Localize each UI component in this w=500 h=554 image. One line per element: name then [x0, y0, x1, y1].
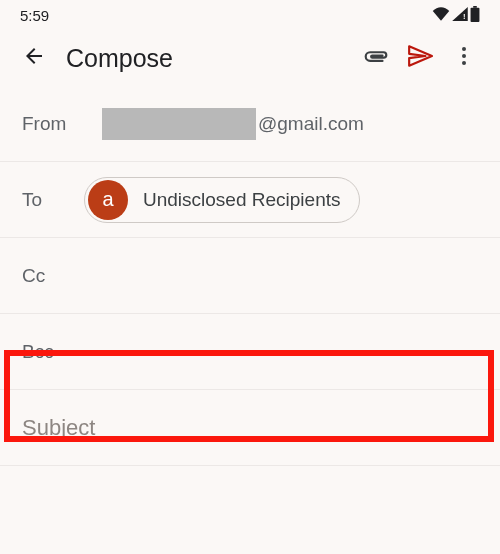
to-label: To [22, 189, 84, 211]
more-button[interactable] [442, 36, 486, 80]
bcc-label: Bcc [22, 341, 84, 363]
chip-label: Undisclosed Recipients [143, 189, 341, 211]
from-domain: @gmail.com [258, 113, 364, 135]
arrow-left-icon [22, 44, 46, 72]
svg-rect-1 [473, 6, 477, 8]
attach-button[interactable] [354, 36, 398, 80]
svg-text:!: ! [463, 12, 466, 21]
svg-point-4 [462, 54, 466, 58]
bcc-row[interactable]: Bcc [0, 314, 500, 390]
send-icon [407, 43, 433, 73]
back-button[interactable] [14, 38, 54, 78]
status-time: 5:59 [20, 7, 49, 24]
more-vert-icon [452, 44, 476, 72]
from-row[interactable]: From @gmail.com [0, 86, 500, 162]
signal-icon: ! [452, 7, 468, 24]
cc-row[interactable]: Cc [0, 238, 500, 314]
cc-label: Cc [22, 265, 84, 287]
from-redacted [102, 108, 256, 140]
subject-placeholder: Subject [22, 415, 95, 441]
to-row[interactable]: To a Undisclosed Recipients [0, 162, 500, 238]
paperclip-icon [363, 43, 389, 73]
status-icons: ! [432, 6, 480, 25]
send-button[interactable] [398, 36, 442, 80]
status-bar: 5:59 ! [0, 0, 500, 30]
app-bar: Compose [0, 30, 500, 86]
from-label: From [22, 113, 84, 135]
battery-icon [470, 6, 480, 25]
wifi-icon [432, 7, 450, 24]
svg-point-5 [462, 61, 466, 65]
page-title: Compose [66, 44, 354, 73]
svg-rect-2 [471, 7, 480, 21]
svg-point-3 [462, 47, 466, 51]
recipient-chip[interactable]: a Undisclosed Recipients [84, 177, 360, 223]
chip-avatar: a [88, 180, 128, 220]
subject-row[interactable]: Subject [0, 390, 500, 466]
